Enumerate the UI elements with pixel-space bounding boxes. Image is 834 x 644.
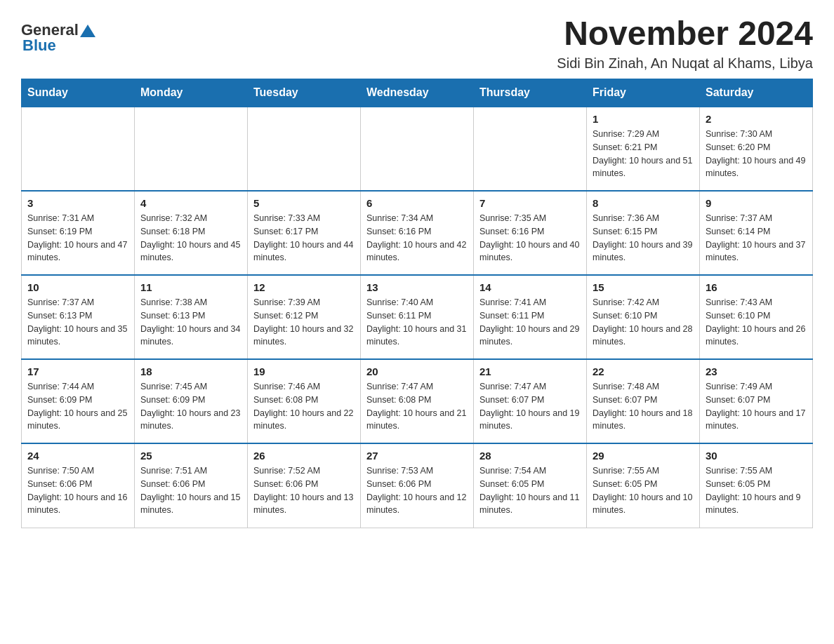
- day-info: Sunrise: 7:34 AM Sunset: 6:16 PM Dayligh…: [366, 212, 468, 264]
- calendar-week-row: 1Sunrise: 7:29 AM Sunset: 6:21 PM Daylig…: [22, 107, 813, 191]
- calendar-cell: 30Sunrise: 7:55 AM Sunset: 6:05 PM Dayli…: [700, 443, 813, 528]
- day-number: 2: [706, 113, 807, 125]
- day-number: 27: [366, 450, 468, 462]
- calendar-cell: 11Sunrise: 7:38 AM Sunset: 6:13 PM Dayli…: [135, 275, 248, 359]
- day-number: 9: [706, 197, 807, 209]
- calendar-cell: 29Sunrise: 7:55 AM Sunset: 6:05 PM Dayli…: [587, 443, 700, 528]
- calendar-cell: 20Sunrise: 7:47 AM Sunset: 6:08 PM Dayli…: [361, 359, 474, 443]
- day-info: Sunrise: 7:55 AM Sunset: 6:05 PM Dayligh…: [706, 464, 807, 517]
- day-number: 10: [27, 281, 128, 293]
- logo-blue-text: Blue: [22, 36, 56, 55]
- calendar-cell: [22, 107, 135, 191]
- day-number: 7: [479, 197, 581, 209]
- calendar-cell: 5Sunrise: 7:33 AM Sunset: 6:17 PM Daylig…: [248, 191, 361, 275]
- calendar-cell: 3Sunrise: 7:31 AM Sunset: 6:19 PM Daylig…: [22, 191, 135, 275]
- day-number: 19: [253, 365, 355, 377]
- calendar-cell: 7Sunrise: 7:35 AM Sunset: 6:16 PM Daylig…: [474, 191, 587, 275]
- day-number: 15: [593, 281, 694, 293]
- day-info: Sunrise: 7:32 AM Sunset: 6:18 PM Dayligh…: [140, 212, 241, 264]
- day-number: 20: [366, 365, 468, 377]
- day-info: Sunrise: 7:50 AM Sunset: 6:06 PM Dayligh…: [27, 464, 128, 517]
- day-info: Sunrise: 7:44 AM Sunset: 6:09 PM Dayligh…: [27, 380, 128, 433]
- calendar-cell: [135, 107, 248, 191]
- day-number: 17: [27, 365, 128, 377]
- day-number: 1: [593, 113, 694, 125]
- day-number: 18: [140, 365, 241, 377]
- calendar-cell: [248, 107, 361, 191]
- calendar-cell: 14Sunrise: 7:41 AM Sunset: 6:11 PM Dayli…: [474, 275, 587, 359]
- logo: General Blue: [21, 21, 95, 55]
- calendar-cell: 1Sunrise: 7:29 AM Sunset: 6:21 PM Daylig…: [587, 107, 700, 191]
- title-block: November 2024 Sidi Bin Zinah, An Nuqat a…: [557, 14, 813, 72]
- calendar-cell: 27Sunrise: 7:53 AM Sunset: 6:06 PM Dayli…: [361, 443, 474, 528]
- calendar-week-row: 3Sunrise: 7:31 AM Sunset: 6:19 PM Daylig…: [22, 191, 813, 275]
- month-title: November 2024: [557, 14, 813, 53]
- calendar-cell: 17Sunrise: 7:44 AM Sunset: 6:09 PM Dayli…: [22, 359, 135, 443]
- day-number: 14: [479, 281, 581, 293]
- day-info: Sunrise: 7:47 AM Sunset: 6:08 PM Dayligh…: [366, 380, 468, 433]
- calendar-cell: 4Sunrise: 7:32 AM Sunset: 6:18 PM Daylig…: [135, 191, 248, 275]
- day-info: Sunrise: 7:47 AM Sunset: 6:07 PM Dayligh…: [479, 380, 581, 433]
- day-number: 24: [27, 450, 128, 462]
- calendar-week-row: 10Sunrise: 7:37 AM Sunset: 6:13 PM Dayli…: [22, 275, 813, 359]
- day-number: 29: [593, 450, 694, 462]
- page-header: General Blue November 2024 Sidi Bin Zina…: [21, 14, 813, 72]
- day-info: Sunrise: 7:55 AM Sunset: 6:05 PM Dayligh…: [593, 464, 694, 517]
- calendar-cell: 28Sunrise: 7:54 AM Sunset: 6:05 PM Dayli…: [474, 443, 587, 528]
- calendar-cell: 10Sunrise: 7:37 AM Sunset: 6:13 PM Dayli…: [22, 275, 135, 359]
- calendar-table: SundayMondayTuesdayWednesdayThursdayFrid…: [21, 79, 813, 528]
- calendar-cell: 2Sunrise: 7:30 AM Sunset: 6:20 PM Daylig…: [700, 107, 813, 191]
- calendar-cell: [361, 107, 474, 191]
- day-number: 25: [140, 450, 241, 462]
- day-info: Sunrise: 7:42 AM Sunset: 6:10 PM Dayligh…: [593, 296, 694, 349]
- weekday-header-wednesday: Wednesday: [361, 79, 474, 107]
- calendar-cell: 13Sunrise: 7:40 AM Sunset: 6:11 PM Dayli…: [361, 275, 474, 359]
- day-info: Sunrise: 7:36 AM Sunset: 6:15 PM Dayligh…: [593, 212, 694, 264]
- weekday-header-tuesday: Tuesday: [248, 79, 361, 107]
- calendar-header-row: SundayMondayTuesdayWednesdayThursdayFrid…: [22, 79, 813, 107]
- day-info: Sunrise: 7:45 AM Sunset: 6:09 PM Dayligh…: [140, 380, 241, 433]
- day-number: 23: [706, 365, 807, 377]
- day-info: Sunrise: 7:52 AM Sunset: 6:06 PM Dayligh…: [253, 464, 355, 517]
- calendar-cell: 16Sunrise: 7:43 AM Sunset: 6:10 PM Dayli…: [700, 275, 813, 359]
- day-info: Sunrise: 7:53 AM Sunset: 6:06 PM Dayligh…: [366, 464, 468, 517]
- calendar-cell: 23Sunrise: 7:49 AM Sunset: 6:07 PM Dayli…: [700, 359, 813, 443]
- calendar-cell: 8Sunrise: 7:36 AM Sunset: 6:15 PM Daylig…: [587, 191, 700, 275]
- day-number: 6: [366, 197, 468, 209]
- day-info: Sunrise: 7:48 AM Sunset: 6:07 PM Dayligh…: [593, 380, 694, 433]
- day-number: 21: [479, 365, 581, 377]
- day-info: Sunrise: 7:49 AM Sunset: 6:07 PM Dayligh…: [706, 380, 807, 433]
- calendar-cell: 22Sunrise: 7:48 AM Sunset: 6:07 PM Dayli…: [587, 359, 700, 443]
- day-number: 3: [27, 197, 128, 209]
- day-number: 13: [366, 281, 468, 293]
- calendar-cell: 21Sunrise: 7:47 AM Sunset: 6:07 PM Dayli…: [474, 359, 587, 443]
- calendar-cell: 9Sunrise: 7:37 AM Sunset: 6:14 PM Daylig…: [700, 191, 813, 275]
- day-number: 16: [706, 281, 807, 293]
- day-info: Sunrise: 7:31 AM Sunset: 6:19 PM Dayligh…: [27, 212, 128, 264]
- calendar-cell: 24Sunrise: 7:50 AM Sunset: 6:06 PM Dayli…: [22, 443, 135, 528]
- day-number: 11: [140, 281, 241, 293]
- day-number: 12: [253, 281, 355, 293]
- day-number: 5: [253, 197, 355, 209]
- day-info: Sunrise: 7:43 AM Sunset: 6:10 PM Dayligh…: [706, 296, 807, 349]
- day-number: 30: [706, 450, 807, 462]
- day-number: 26: [253, 450, 355, 462]
- location-subtitle: Sidi Bin Zinah, An Nuqat al Khams, Libya: [557, 55, 813, 72]
- day-number: 22: [593, 365, 694, 377]
- logo-triangle-icon: [80, 23, 95, 39]
- day-info: Sunrise: 7:51 AM Sunset: 6:06 PM Dayligh…: [140, 464, 241, 517]
- day-info: Sunrise: 7:30 AM Sunset: 6:20 PM Dayligh…: [706, 128, 807, 180]
- day-info: Sunrise: 7:35 AM Sunset: 6:16 PM Dayligh…: [479, 212, 581, 264]
- calendar-cell: 18Sunrise: 7:45 AM Sunset: 6:09 PM Dayli…: [135, 359, 248, 443]
- day-info: Sunrise: 7:38 AM Sunset: 6:13 PM Dayligh…: [140, 296, 241, 349]
- calendar-cell: 6Sunrise: 7:34 AM Sunset: 6:16 PM Daylig…: [361, 191, 474, 275]
- weekday-header-saturday: Saturday: [700, 79, 813, 107]
- day-number: 8: [593, 197, 694, 209]
- calendar-cell: 12Sunrise: 7:39 AM Sunset: 6:12 PM Dayli…: [248, 275, 361, 359]
- weekday-header-sunday: Sunday: [22, 79, 135, 107]
- calendar-week-row: 24Sunrise: 7:50 AM Sunset: 6:06 PM Dayli…: [22, 443, 813, 528]
- svg-marker-0: [80, 25, 95, 37]
- calendar-cell: 15Sunrise: 7:42 AM Sunset: 6:10 PM Dayli…: [587, 275, 700, 359]
- weekday-header-monday: Monday: [135, 79, 248, 107]
- day-info: Sunrise: 7:46 AM Sunset: 6:08 PM Dayligh…: [253, 380, 355, 433]
